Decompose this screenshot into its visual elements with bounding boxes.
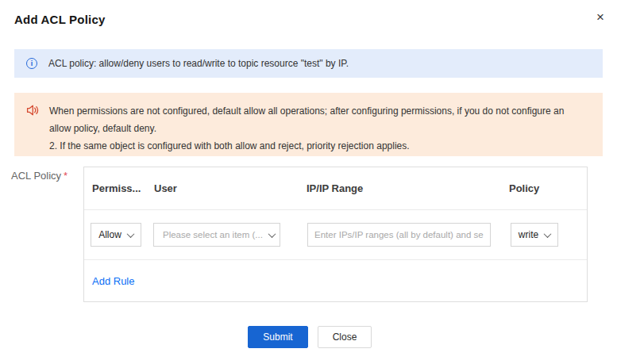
acl-policy-label-text: ACL Policy [11, 170, 61, 182]
acl-policy-label: ACL Policy* [11, 170, 67, 182]
policy-select-value: write [519, 229, 538, 240]
permission-select[interactable]: Allow [91, 223, 141, 247]
close-button[interactable]: Close [318, 326, 372, 348]
ip-range-input[interactable] [307, 223, 491, 247]
warning-banner-text: When permissions are not configured, def… [49, 102, 564, 155]
chevron-down-icon [268, 230, 276, 238]
policy-select[interactable]: write [511, 223, 558, 247]
user-select[interactable]: Please select an item (... [153, 223, 280, 247]
chevron-down-icon [126, 230, 134, 238]
info-icon: i [26, 58, 37, 69]
permission-cell: Allow [84, 223, 146, 247]
info-banner: i ACL policy: allow/deny users to read/w… [14, 49, 603, 78]
announcement-speaker-icon [26, 104, 39, 117]
policy-cell: write [501, 223, 587, 247]
table-footer-row: Add Rule [84, 260, 587, 301]
add-rule-link[interactable]: Add Rule [92, 275, 134, 287]
submit-button[interactable]: Submit [248, 326, 308, 348]
warning-banner: When permissions are not configured, def… [14, 93, 603, 156]
warning-line-1: When permissions are not configured, def… [49, 102, 564, 120]
warning-line-3: 2. If the same object is configured with… [49, 137, 564, 155]
info-banner-text: ACL policy: allow/deny users to read/wri… [48, 58, 349, 69]
user-select-placeholder: Please select an item (... [163, 230, 263, 239]
column-header-permission: Permiss... [84, 182, 146, 194]
column-header-ip-range: IP/IP Range [299, 182, 501, 194]
permission-select-value: Allow [98, 229, 121, 240]
user-cell: Please select an item (... [146, 223, 299, 247]
close-icon[interactable]: × [592, 9, 609, 26]
table-header-row: Permiss... User IP/IP Range Policy [84, 167, 587, 210]
acl-policy-table: Permiss... User IP/IP Range Policy Allow… [83, 167, 588, 302]
table-row: Allow Please select an item (... write [84, 210, 587, 260]
chevron-down-icon [544, 230, 552, 238]
dialog-title: Add ACL Policy [14, 13, 105, 26]
column-header-user: User [146, 182, 299, 194]
warning-line-2: allow policy, default deny. [49, 120, 564, 137]
required-asterisk: * [64, 170, 67, 182]
column-header-policy: Policy [501, 182, 587, 194]
ip-range-cell [299, 223, 501, 247]
